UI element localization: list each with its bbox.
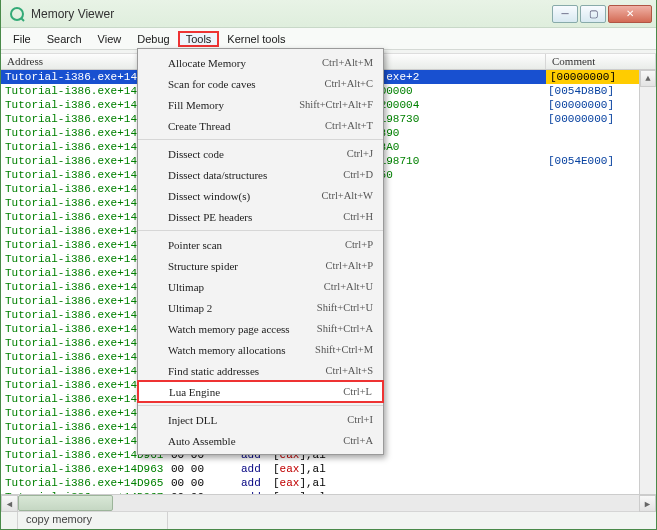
menu-item-find-static-addresses[interactable]: Find static addressesCtrl+Alt+S <box>138 360 383 381</box>
menu-item-dissect-pe-headers[interactable]: Dissect PE headersCtrl+H <box>138 206 383 227</box>
menu-item-shortcut: Ctrl+Alt+U <box>324 281 373 292</box>
memory-viewer-window: Memory Viewer ─ ▢ ✕ FileSearchViewDebugT… <box>0 0 657 530</box>
menu-item-shortcut: Ctrl+I <box>347 414 373 425</box>
menu-item-shortcut: Ctrl+Alt+P <box>326 260 373 271</box>
horizontal-scrollbar[interactable]: ◄ ► <box>1 494 656 511</box>
cell-bytes: 00 00 <box>171 476 241 490</box>
disassembly-row[interactable]: Tutorial-i386.exe+14D96500 00add [eax],a… <box>1 476 656 490</box>
menu-item-dissect-code[interactable]: Dissect codeCtrl+J <box>138 143 383 164</box>
menu-item-shortcut: Ctrl+J <box>347 148 373 159</box>
menu-item-structure-spider[interactable]: Structure spiderCtrl+Alt+P <box>138 255 383 276</box>
cell-bytes: 00 00 <box>171 462 241 476</box>
scroll-thumb[interactable] <box>18 495 113 511</box>
menu-item-label: Ultimap 2 <box>168 302 317 314</box>
cell-opcode: add [eax],al <box>241 476 546 490</box>
menu-item-label: Inject DLL <box>168 414 347 426</box>
menu-item-shortcut: Ctrl+D <box>343 169 373 180</box>
menu-item-label: Watch memory allocations <box>168 344 315 356</box>
menu-item-shortcut: Ctrl+L <box>343 386 372 397</box>
menu-item-dissect-data-structures[interactable]: Dissect data/structuresCtrl+D <box>138 164 383 185</box>
menu-item-shortcut: Ctrl+Alt+S <box>326 365 373 376</box>
tools-menu-dropdown[interactable]: Allocate MemoryCtrl+Alt+MScan for code c… <box>137 48 384 455</box>
menu-item-lua-engine[interactable]: Lua EngineCtrl+L <box>137 380 384 403</box>
svg-line-1 <box>21 18 24 21</box>
menu-item-shortcut: Ctrl+Alt+T <box>325 120 373 131</box>
menu-item-scan-for-code-caves[interactable]: Scan for code cavesCtrl+Alt+C <box>138 73 383 94</box>
menu-item-allocate-memory[interactable]: Allocate MemoryCtrl+Alt+M <box>138 52 383 73</box>
cell-opcode: add [eax],al <box>241 462 546 476</box>
menu-item-label: Pointer scan <box>168 239 345 251</box>
disassembly-row[interactable]: Tutorial-i386.exe+14D96300 00add [eax],a… <box>1 462 656 476</box>
app-icon <box>9 6 25 22</box>
menu-item-label: Structure spider <box>168 260 326 272</box>
menu-item-label: Fill Memory <box>168 99 299 111</box>
menubar: FileSearchViewDebugToolsKernel tools <box>1 28 656 50</box>
cell-address: Tutorial-i386.exe+14D965 <box>1 476 171 490</box>
cell-address: Tutorial-i386.exe+14D963 <box>1 462 171 476</box>
menu-search[interactable]: Search <box>39 31 90 47</box>
menu-item-label: Find static addresses <box>168 365 326 377</box>
menu-item-label: Dissect data/structures <box>168 169 343 181</box>
menu-item-ultimap[interactable]: UltimapCtrl+Alt+U <box>138 276 383 297</box>
menu-item-watch-memory-allocations[interactable]: Watch memory allocationsShift+Ctrl+M <box>138 339 383 360</box>
menu-item-inject-dll[interactable]: Inject DLLCtrl+I <box>138 409 383 430</box>
close-button[interactable]: ✕ <box>608 5 652 23</box>
scroll-right-icon[interactable]: ► <box>639 495 656 512</box>
vertical-scrollbar[interactable]: ▲ <box>639 70 656 494</box>
menu-item-shortcut: Ctrl+Alt+W <box>321 190 373 201</box>
status-empty <box>168 512 656 529</box>
col-comment[interactable]: Comment <box>546 54 656 69</box>
window-title: Memory Viewer <box>31 7 552 21</box>
menu-item-label: Allocate Memory <box>168 57 322 69</box>
menu-item-create-thread[interactable]: Create ThreadCtrl+Alt+T <box>138 115 383 136</box>
menu-debug[interactable]: Debug <box>129 31 177 47</box>
scroll-left-icon[interactable]: ◄ <box>1 495 18 512</box>
menu-item-label: Create Thread <box>168 120 325 132</box>
menu-item-label: Watch memory page access <box>168 323 317 335</box>
menu-item-shortcut: Ctrl+A <box>343 435 373 446</box>
scroll-up-icon[interactable]: ▲ <box>640 70 656 87</box>
menu-item-fill-memory[interactable]: Fill MemoryShift+Ctrl+Alt+F <box>138 94 383 115</box>
menu-item-shortcut: Shift+Ctrl+Alt+F <box>299 99 373 110</box>
menu-item-shortcut: Ctrl+Alt+C <box>324 78 373 89</box>
status-bar: copy memory <box>1 511 656 529</box>
titlebar[interactable]: Memory Viewer ─ ▢ ✕ <box>1 0 656 28</box>
menu-item-ultimap-2[interactable]: Ultimap 2Shift+Ctrl+U <box>138 297 383 318</box>
status-spacer <box>1 512 18 529</box>
menu-item-shortcut: Shift+Ctrl+M <box>315 344 373 355</box>
menu-item-shortcut: Shift+Ctrl+A <box>317 323 373 334</box>
minimize-button[interactable]: ─ <box>552 5 578 23</box>
menu-item-label: Auto Assemble <box>168 435 343 447</box>
menu-tools[interactable]: Tools <box>178 31 220 47</box>
menu-item-label: Dissect window(s) <box>168 190 321 202</box>
menu-item-shortcut: Shift+Ctrl+U <box>317 302 373 313</box>
menu-item-watch-memory-page-access[interactable]: Watch memory page accessShift+Ctrl+A <box>138 318 383 339</box>
menu-view[interactable]: View <box>90 31 130 47</box>
menu-item-label: Scan for code caves <box>168 78 324 90</box>
menu-kernel-tools[interactable]: Kernel tools <box>219 31 293 47</box>
menu-item-dissect-window-s-[interactable]: Dissect window(s)Ctrl+Alt+W <box>138 185 383 206</box>
menu-item-label: Lua Engine <box>169 386 343 398</box>
menu-item-label: Dissect code <box>168 148 347 160</box>
menu-item-shortcut: Ctrl+Alt+M <box>322 57 373 68</box>
menu-item-shortcut: Ctrl+H <box>343 211 373 222</box>
window-buttons: ─ ▢ ✕ <box>552 5 652 23</box>
menu-file[interactable]: File <box>5 31 39 47</box>
menu-item-pointer-scan[interactable]: Pointer scanCtrl+P <box>138 234 383 255</box>
menu-item-auto-assemble[interactable]: Auto AssembleCtrl+A <box>138 430 383 451</box>
status-copy-memory[interactable]: copy memory <box>18 512 168 529</box>
menu-item-shortcut: Ctrl+P <box>345 239 373 250</box>
maximize-button[interactable]: ▢ <box>580 5 606 23</box>
menu-item-label: Ultimap <box>168 281 324 293</box>
menu-item-label: Dissect PE headers <box>168 211 343 223</box>
